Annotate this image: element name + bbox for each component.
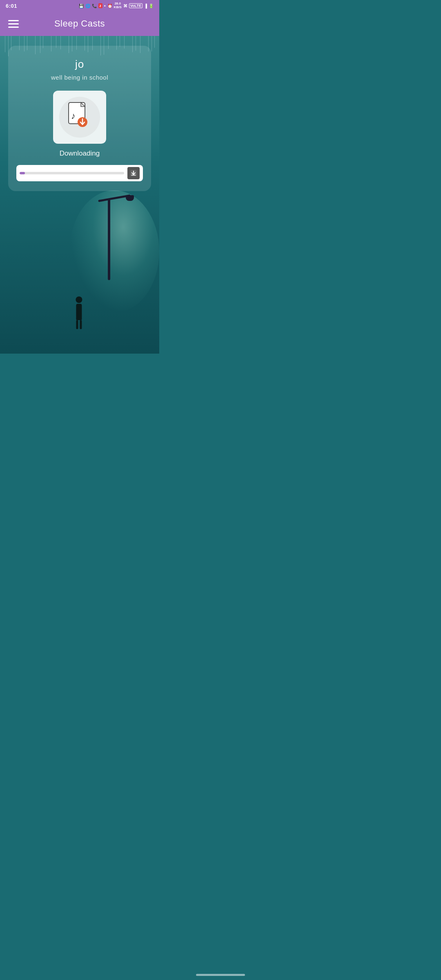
wifi-icon: ⌘ — [123, 4, 127, 8]
battery-icon: 🔋 — [149, 4, 154, 8]
content-card: jo well being in school ♪ — [8, 46, 151, 191]
downloading-label: Downloading — [60, 149, 100, 158]
volte-icon: VoLTE — [129, 3, 143, 8]
dot-separator: • — [104, 4, 106, 8]
phone-icon: 📞 — [92, 4, 97, 8]
cast-title: jo — [75, 58, 84, 71]
person-body — [76, 304, 82, 320]
person-leg-right — [80, 320, 82, 329]
lamp-pole — [108, 198, 110, 280]
download-file-icon: ♪ — [65, 101, 94, 134]
person-head — [76, 296, 82, 303]
person-silhouette — [76, 296, 82, 329]
download-icon-area: ♪ — [53, 91, 106, 144]
progress-bar-container — [16, 165, 143, 181]
background-scene: jo well being in school ♪ — [0, 36, 159, 354]
cast-subtitle: well being in school — [51, 74, 108, 81]
status-time: 6:01 — [6, 3, 17, 9]
status-icons: 💾 🌐 📞 z • ⏰ 28.0KB/S ⌘ VoLTE ▐ 🔋 — [79, 2, 154, 9]
network-speed: 28.0KB/S — [114, 2, 122, 9]
lamp-head — [126, 195, 134, 201]
hamburger-line-2 — [8, 23, 19, 24]
globe-icon: 🌐 — [85, 4, 90, 8]
hamburger-line-3 — [8, 27, 19, 28]
app-icon: z — [98, 3, 103, 8]
alarm-icon: ⏰ — [107, 4, 112, 8]
signal-icon: ▐ — [144, 4, 147, 8]
status-bar: 6:01 💾 🌐 📞 z • ⏰ 28.0KB/S ⌘ VoLTE ▐ 🔋 — [0, 0, 159, 11]
progress-bar-track — [20, 172, 124, 174]
hamburger-button[interactable] — [8, 20, 19, 28]
hamburger-line-1 — [8, 20, 19, 21]
page-title: Sleep Casts — [19, 18, 140, 29]
progress-bar-fill — [20, 172, 25, 174]
svg-text:♪: ♪ — [71, 111, 76, 121]
person-leg-left — [76, 320, 78, 329]
navbar: Sleep Casts — [0, 11, 159, 36]
sim-card-icon: 💾 — [79, 4, 84, 8]
person-legs — [76, 320, 82, 329]
progress-download-icon — [127, 167, 140, 179]
